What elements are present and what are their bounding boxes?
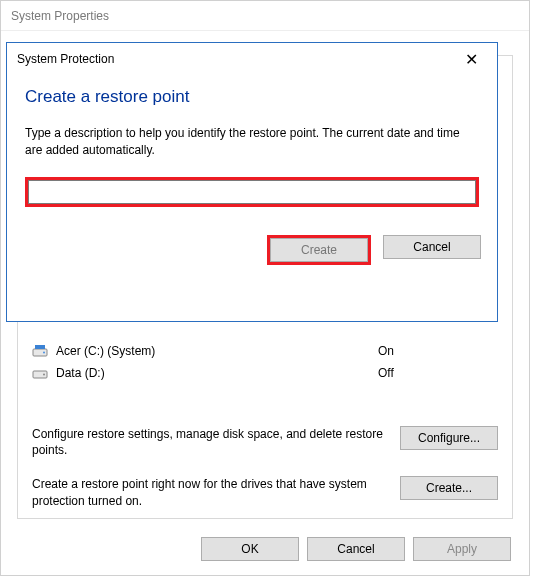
svg-point-2 <box>43 352 45 354</box>
drive-name: Data (D:) <box>56 366 378 380</box>
configure-description: Configure restore settings, manage disk … <box>32 426 388 458</box>
cancel-button[interactable]: Cancel <box>307 537 405 561</box>
create-description: Create a restore point right now for the… <box>32 476 388 508</box>
dialog-cancel-button[interactable]: Cancel <box>383 235 481 259</box>
close-icon[interactable]: ✕ <box>455 50 487 69</box>
dialog-create-button[interactable]: Create <box>270 238 368 262</box>
parent-titlebar: System Properties <box>1 1 529 31</box>
hdd-icon <box>32 365 48 381</box>
config-block: Configure restore settings, manage disk … <box>32 426 498 527</box>
drive-row[interactable]: Acer (C:) (System) On <box>32 340 498 362</box>
drive-row[interactable]: Data (D:) Off <box>32 362 498 384</box>
create-button-highlight: Create <box>267 235 371 265</box>
create-button[interactable]: Create... <box>400 476 498 500</box>
drive-list: Acer (C:) (System) On Data (D:) Off <box>32 340 498 384</box>
svg-rect-1 <box>35 345 45 349</box>
dialog-heading: Create a restore point <box>25 87 479 107</box>
dialog-button-row: Create Cancel <box>7 235 497 281</box>
parent-title: System Properties <box>11 9 109 23</box>
configure-button[interactable]: Configure... <box>400 426 498 450</box>
dialog-instruction: Type a description to help you identify … <box>25 125 479 159</box>
description-input-highlight <box>25 177 479 207</box>
drive-status: Off <box>378 366 498 380</box>
drive-status: On <box>378 344 498 358</box>
hdd-icon <box>32 343 48 359</box>
svg-point-4 <box>43 374 45 376</box>
bottom-button-row: OK Cancel Apply <box>201 537 511 561</box>
dialog-body: Create a restore point Type a descriptio… <box>7 75 497 207</box>
dialog-titlebar: System Protection ✕ <box>7 43 497 75</box>
description-input[interactable] <box>28 180 476 204</box>
apply-button[interactable]: Apply <box>413 537 511 561</box>
drive-name: Acer (C:) (System) <box>56 344 378 358</box>
system-protection-dialog: System Protection ✕ Create a restore poi… <box>6 42 498 322</box>
ok-button[interactable]: OK <box>201 537 299 561</box>
dialog-title: System Protection <box>17 52 455 66</box>
